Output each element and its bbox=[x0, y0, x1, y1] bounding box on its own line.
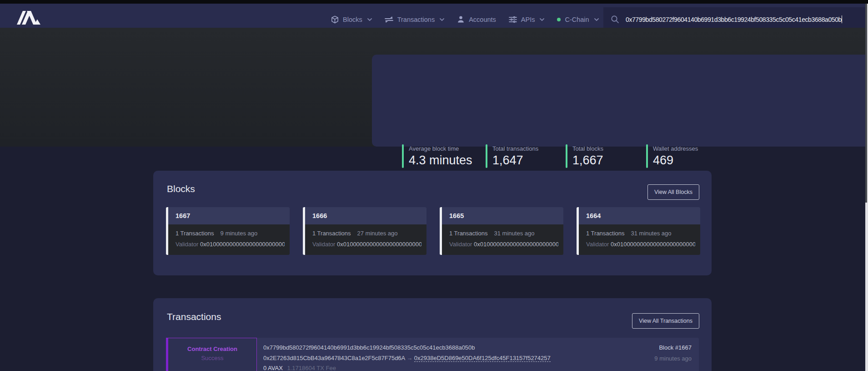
transaction-type: Contract Creation bbox=[168, 346, 256, 352]
stat-accent-bar bbox=[566, 144, 567, 168]
search-icon bbox=[611, 15, 619, 24]
stat-value: 469 bbox=[653, 153, 673, 168]
scrollbar-thumb[interactable] bbox=[865, 4, 867, 203]
transaction-block-link[interactable]: Block #1667 bbox=[659, 344, 692, 351]
block-meta: 1 Transactions27 minutes ago bbox=[312, 230, 397, 237]
transaction-time: 9 minutes ago bbox=[654, 355, 692, 362]
chain-status-dot bbox=[557, 18, 561, 21]
transaction-hash[interactable]: 0x7799bd580272f9604140b6991d3bb6c19924bf… bbox=[263, 344, 475, 351]
stat-value: 4.3 minutes bbox=[409, 153, 472, 168]
validator-label: Validator bbox=[586, 241, 609, 248]
block-card[interactable]: 1667 1 Transactions9 minutes ago Validat… bbox=[166, 207, 290, 255]
block-card-body: 1 Transactions31 minutes ago Validator 0… bbox=[579, 224, 700, 255]
nav-item-label: Transactions bbox=[397, 16, 435, 23]
arrow-right-icon: → bbox=[406, 355, 412, 361]
nav-item-accounts[interactable]: Accounts bbox=[457, 15, 496, 23]
validator-address: 0x010000000000000000000000... bbox=[611, 241, 695, 248]
scrollbar-track[interactable] bbox=[865, 4, 868, 371]
validator-label: Validator bbox=[449, 241, 472, 248]
swap-arrows-icon bbox=[385, 16, 393, 23]
stat-accent-bar bbox=[402, 144, 404, 168]
block-card-header: 1665 bbox=[442, 207, 563, 224]
block-card-body: 1 Transactions9 minutes ago Validator 0x… bbox=[168, 224, 290, 255]
block-card[interactable]: 1665 1 Transactions31 minutes ago Valida… bbox=[440, 207, 563, 255]
hero-section: Average block time 4.3 minutes Total tra… bbox=[0, 28, 868, 147]
cube-icon bbox=[331, 15, 339, 24]
person-icon bbox=[457, 15, 465, 23]
stat-value: 1,647 bbox=[492, 153, 523, 168]
block-age: 31 minutes ago bbox=[631, 230, 672, 237]
chain-selector-label: C-Chain bbox=[565, 16, 589, 23]
stat-label: Average block time bbox=[409, 145, 459, 152]
sliders-icon bbox=[509, 16, 517, 23]
block-card[interactable]: 1664 1 Transactions31 minutes ago Valida… bbox=[577, 207, 700, 255]
transaction-addresses: 0x2E7263d815CbB43a9647843C8a1e2F5c87F75d… bbox=[263, 355, 551, 361]
stat-label: Wallet addresses bbox=[653, 145, 698, 152]
nav-item-blocks[interactable]: Blocks bbox=[331, 15, 372, 24]
block-tx-count: 1 Transactions bbox=[312, 230, 351, 237]
window-top-strip bbox=[0, 0, 868, 4]
transaction-status: Success bbox=[168, 355, 256, 361]
chevron-down-icon bbox=[440, 18, 444, 21]
chevron-down-icon bbox=[540, 18, 544, 21]
block-number[interactable]: 1665 bbox=[449, 212, 464, 219]
block-tx-count: 1 Transactions bbox=[176, 230, 214, 237]
block-card-header: 1667 bbox=[168, 207, 290, 224]
transaction-row[interactable]: Contract Creation Success 0x7799bd580272… bbox=[166, 338, 699, 371]
stat-accent-bar bbox=[486, 144, 487, 168]
stat-label: Total transactions bbox=[492, 145, 538, 152]
transaction-value: 0 AVAX 1.1718604 TX Fee bbox=[263, 365, 336, 371]
block-number[interactable]: 1664 bbox=[586, 212, 601, 219]
block-meta: 1 Transactions9 minutes ago bbox=[176, 230, 257, 237]
view-all-transactions-button[interactable]: View All Transactions bbox=[632, 313, 699, 329]
block-tx-count: 1 Transactions bbox=[586, 230, 625, 237]
blocks-section-title: Blocks bbox=[167, 183, 195, 194]
avalanche-logo-icon[interactable] bbox=[15, 10, 41, 25]
validator-address: 0x010000000000000000000000... bbox=[200, 241, 285, 248]
nav-item-transactions[interactable]: Transactions bbox=[385, 16, 444, 23]
block-tx-count: 1 Transactions bbox=[449, 230, 488, 237]
navbar: Blocks Transactions Accounts bbox=[0, 4, 868, 28]
chain-selector[interactable]: C-Chain bbox=[557, 16, 598, 23]
blocks-section: Blocks View All Blocks 1667 1 Transactio… bbox=[153, 171, 712, 275]
nav-item-label: Blocks bbox=[343, 16, 362, 23]
block-card-header: 1666 bbox=[305, 207, 426, 224]
block-card-body: 1 Transactions27 minutes ago Validator 0… bbox=[305, 224, 426, 255]
nav-item-label: Accounts bbox=[469, 16, 496, 23]
block-card-header: 1664 bbox=[579, 207, 700, 224]
nav-item-apis[interactable]: APIs bbox=[509, 16, 545, 23]
validator-address: 0x010000000000000000000000... bbox=[337, 241, 421, 248]
block-meta: 1 Transactions31 minutes ago bbox=[449, 230, 534, 237]
block-validator: Validator 0x010000000000000000000000... bbox=[176, 241, 285, 248]
block-meta: 1 Transactions31 minutes ago bbox=[586, 230, 671, 237]
stat-accent-bar bbox=[646, 144, 648, 168]
block-card-body: 1 Transactions31 minutes ago Validator 0… bbox=[442, 224, 563, 255]
to-address-link[interactable]: 0x2938eD5D869e50DA6f125dfc45F13157f52742… bbox=[414, 355, 551, 362]
block-age: 9 minutes ago bbox=[221, 230, 258, 237]
transactions-section-title: Transactions bbox=[167, 311, 221, 322]
block-card[interactable]: 1666 1 Transactions27 minutes ago Valida… bbox=[303, 207, 426, 255]
block-validator: Validator 0x010000000000000000000000... bbox=[586, 241, 695, 248]
nav-item-label: APIs bbox=[521, 16, 535, 23]
chevron-down-icon bbox=[367, 18, 372, 21]
validator-label: Validator bbox=[312, 241, 335, 248]
view-all-blocks-button[interactable]: View All Blocks bbox=[647, 184, 699, 200]
from-address[interactable]: 0x2E7263d815CbB43a9647843C8a1e2F5c87F75d… bbox=[263, 355, 405, 361]
transaction-fee: 1.1718604 TX Fee bbox=[287, 365, 336, 371]
stat-label: Total blocks bbox=[572, 145, 603, 152]
search-input-value: 0x7799bd580272f9604140b6991d3bb6c19924bf… bbox=[626, 16, 842, 23]
block-validator: Validator 0x010000000000000000000000... bbox=[312, 241, 421, 248]
block-validator: Validator 0x010000000000000000000000... bbox=[449, 241, 558, 248]
stat-value: 1,667 bbox=[572, 153, 603, 168]
validator-label: Validator bbox=[176, 241, 198, 248]
chevron-down-icon bbox=[594, 18, 599, 21]
transaction-amount: 0 AVAX bbox=[263, 365, 283, 371]
stats-panel: Average block time 4.3 minutes Total tra… bbox=[372, 55, 868, 147]
validator-address: 0x010000000000000000000000... bbox=[474, 241, 558, 248]
text-cursor bbox=[842, 15, 843, 23]
search-input[interactable]: 0x7799bd580272f9604140b6991d3bb6c19924bf… bbox=[626, 15, 842, 23]
block-number[interactable]: 1666 bbox=[312, 212, 327, 219]
transaction-type-badge: Contract Creation Success bbox=[166, 338, 257, 371]
block-number[interactable]: 1667 bbox=[176, 212, 190, 219]
block-age: 27 minutes ago bbox=[357, 230, 398, 237]
